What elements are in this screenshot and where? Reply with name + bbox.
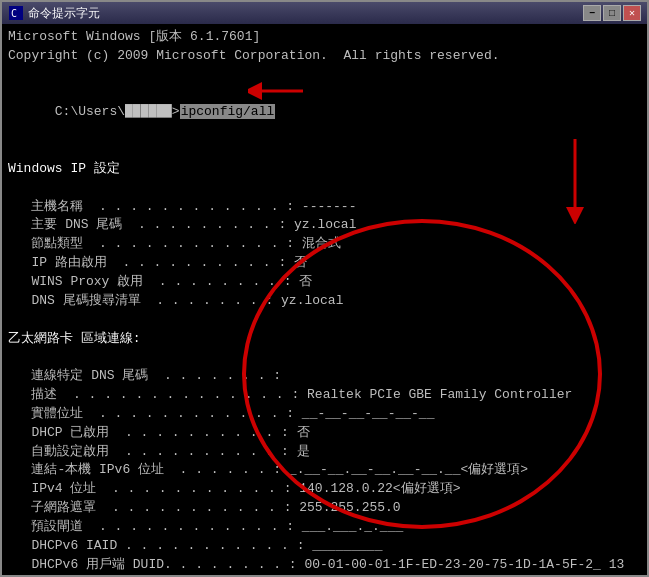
maximize-button[interactable]: □ xyxy=(603,5,621,21)
console-line-16 xyxy=(8,348,641,367)
console-line-1: Microsoft Windows [版本 6.1.7601] xyxy=(8,28,641,47)
command-text: ipconfig/all xyxy=(180,104,276,119)
prompt-text: C:\Users\ xyxy=(55,104,125,119)
minimize-button[interactable]: − xyxy=(583,5,601,21)
console-line-25: 預設閘道 . . . . . . . . . . . . : ___.___._… xyxy=(8,518,641,537)
cmd-icon: C xyxy=(8,5,24,21)
console-line-3 xyxy=(8,66,641,85)
title-bar: C 命令提示字元 − □ ✕ xyxy=(2,2,647,24)
console-line-21: 自動設定啟用 . . . . . . . . . . : 是 xyxy=(8,443,641,462)
console-line-9: 主要 DNS 尾碼 . . . . . . . . . : yz.local xyxy=(8,216,641,235)
console-line-11: IP 路由啟用 . . . . . . . . . . : 否 xyxy=(8,254,641,273)
console-line-4: C:\Users\██████>ipconfig/all xyxy=(8,85,641,142)
svg-text:C: C xyxy=(11,8,17,19)
console-line-15: 乙太網路卡 區域連線: xyxy=(8,330,641,349)
close-button[interactable]: ✕ xyxy=(623,5,641,21)
console-line-7 xyxy=(8,179,641,198)
console-line-17: 連線特定 DNS 尾碼 . . . . . . . : xyxy=(8,367,641,386)
window-title: 命令提示字元 xyxy=(28,5,583,22)
console-line-28 xyxy=(8,574,641,575)
console-line-8: 主機名稱 . . . . . . . . . . . . : ------- xyxy=(8,198,641,217)
console-line-26: DHCPv6 IAID . . . . . . . . . . . : ____… xyxy=(8,537,641,556)
console-line-24: 子網路遮罩 . . . . . . . . . . . : 255.255.25… xyxy=(8,499,641,518)
console-line-20: DHCP 已啟用 . . . . . . . . . . : 否 xyxy=(8,424,641,443)
cmd-window: C 命令提示字元 − □ ✕ Microsoft Windows [版本 6.1… xyxy=(0,0,649,577)
console-line-14 xyxy=(8,311,641,330)
console-line-23: IPv4 位址 . . . . . . . . . . . : 140.128.… xyxy=(8,480,641,499)
console-line-12: WINS Proxy 啟用 . . . . . . . . : 否 xyxy=(8,273,641,292)
console-line-10: 節點類型 . . . . . . . . . . . . : 混合式 xyxy=(8,235,641,254)
console-line-19: 實體位址 . . . . . . . . . . . . : __-__-__-… xyxy=(8,405,641,424)
prompt-gt: > xyxy=(172,104,180,119)
console-line-22: 連結-本機 IPv6 位址 . . . . . . : _.__-__.__-_… xyxy=(8,461,641,480)
console-line-5 xyxy=(8,141,641,160)
console-line-18: 描述 . . . . . . . . . . . . . . : Realtek… xyxy=(8,386,641,405)
username-text: ██████ xyxy=(125,104,172,119)
console-line-6: Windows IP 設定 xyxy=(8,160,641,179)
console-line-2: Copyright (c) 2009 Microsoft Corporation… xyxy=(8,47,641,66)
window-controls: − □ ✕ xyxy=(583,5,641,21)
console-line-27: DHCPv6 用戶端 DUID. . . . . . . . : 00-01-0… xyxy=(8,556,641,575)
console-line-13: DNS 尾碼搜尋清單 . . . . . . . : yz.local xyxy=(8,292,641,311)
console-body: Microsoft Windows [版本 6.1.7601] Copyrigh… xyxy=(2,24,647,575)
